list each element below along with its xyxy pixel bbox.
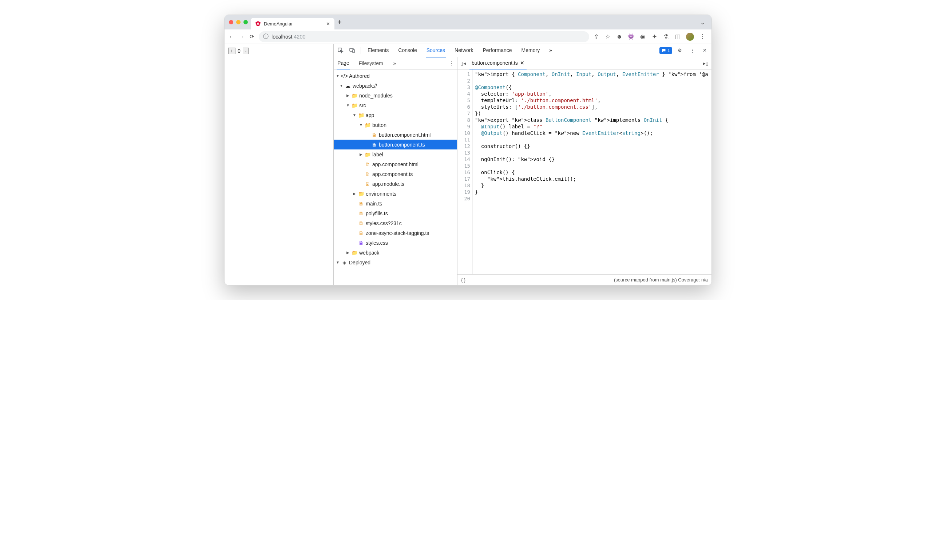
navigator-tab-page[interactable]: Page (337, 57, 350, 69)
tree-label-folder[interactable]: ▶📁label (334, 149, 457, 159)
tree-file-polyfills[interactable]: 🗎polyfills.ts (334, 208, 457, 218)
address-bar[interactable]: ⓘ localhost:4200 (259, 31, 589, 42)
tree-webpack[interactable]: ▼☁webpack:// (334, 81, 457, 91)
panel-tab-performance[interactable]: Performance (482, 44, 512, 57)
code-editor[interactable]: 12345678910 11121314151617181920 "kw">im… (458, 69, 711, 274)
status-text: (source mapped from main.js) Coverage: n… (614, 277, 708, 283)
devtools-topbar: Elements Console Sources Network Perform… (334, 44, 711, 57)
panel-tab-sources[interactable]: Sources (426, 44, 446, 57)
folder-icon: 📁 (358, 112, 364, 118)
tree-authored[interactable]: ▼</>Authored (334, 71, 457, 81)
devtools-panel-tabs: Elements Console Sources Network Perform… (367, 44, 553, 57)
file-tree: ▼</>Authored ▼☁webpack:// ▶📁node_modules… (334, 69, 457, 285)
new-tab-button[interactable]: + (335, 18, 345, 26)
traffic-lights (227, 20, 251, 25)
tab-strip: DemoAngular ✕ + ⌄ (225, 15, 711, 29)
chevron-down-icon[interactable]: ⌄ (700, 19, 709, 26)
issues-badge[interactable]: 1 (659, 47, 672, 54)
tree-src[interactable]: ▼📁src (334, 100, 457, 110)
pretty-print-icon[interactable]: { } (461, 277, 466, 283)
tree-file-styles-q[interactable]: 🗎styles.css?231c (334, 218, 457, 228)
devtools-menu-icon[interactable]: ⋮ (688, 48, 697, 53)
debugger-toggle-icon[interactable]: ▸▯ (703, 60, 709, 66)
file-icon: 🗎 (364, 162, 371, 167)
separator (361, 47, 361, 54)
tree-app[interactable]: ▼📁app (334, 110, 457, 120)
cloud-icon: ☁ (345, 83, 351, 89)
file-icon: 🗎 (371, 132, 378, 138)
increment-button[interactable]: + (228, 48, 236, 54)
browser-menu-icon[interactable]: ⋮ (699, 33, 706, 40)
editor-status-bar: { } (source mapped from main.js) Coverag… (458, 274, 711, 285)
bookmark-icon[interactable]: ☆ (604, 33, 611, 40)
code-brackets-icon: </> (341, 73, 347, 79)
source-map-link[interactable]: main.js (660, 277, 675, 283)
extension-icon-1[interactable]: ☻ (616, 34, 623, 40)
toolbar-extensions: ⇪ ☆ ☻ 👾 ◉ ✦ ⚗ ◫ ⋮ (593, 33, 708, 41)
tree-file-main-ts[interactable]: 🗎main.ts (334, 198, 457, 208)
tree-file-app-html[interactable]: 🗎app.component.html (334, 159, 457, 169)
inspect-element-icon[interactable] (336, 48, 345, 54)
forward-button: → (238, 34, 245, 40)
panel-tab-memory[interactable]: Memory (521, 44, 541, 57)
devtools-close-icon[interactable]: ✕ (700, 48, 709, 53)
tree-file-button-html[interactable]: 🗎button.component.html (334, 130, 457, 140)
tab-title: DemoAngular (264, 21, 293, 26)
extensions-puzzle-icon[interactable]: ✦ (651, 33, 658, 40)
panel-tab-console[interactable]: Console (398, 44, 418, 57)
info-icon[interactable]: ⓘ (263, 33, 268, 40)
folder-icon: 📁 (351, 93, 358, 98)
browser-tab[interactable]: DemoAngular ✕ (251, 18, 335, 29)
side-panel-icon[interactable]: ◫ (674, 33, 681, 40)
extension-icon-3[interactable]: ◉ (639, 33, 646, 40)
file-icon: 🗎 (358, 230, 364, 236)
editor-tab-close-icon[interactable]: ✕ (520, 60, 524, 66)
navigator-toggle-icon[interactable]: ▯◂ (460, 60, 466, 66)
sources-panel: Page Filesystem » ⋮ ▼</>Authored ▼☁webpa… (334, 57, 711, 285)
code-body: "kw">import { Component, OnInit, Input, … (473, 69, 711, 274)
file-icon: 🗎 (358, 201, 364, 206)
sources-editor: ▯◂ button.component.ts ✕ ▸▯ 12345678910 … (458, 57, 711, 285)
reload-button[interactable]: ⟳ (248, 34, 255, 40)
svg-rect-2 (353, 49, 355, 53)
panel-tab-elements[interactable]: Elements (367, 44, 389, 57)
back-button[interactable]: ← (228, 34, 235, 40)
navigator-tab-more[interactable]: » (393, 60, 396, 66)
tree-file-app-ts[interactable]: 🗎app.component.ts (334, 169, 457, 179)
tree-button-folder[interactable]: ▼📁button (334, 120, 457, 130)
tree-file-zone[interactable]: 🗎zone-async-stack-tagging.ts (334, 228, 457, 238)
navigator-menu-icon[interactable]: ⋮ (449, 60, 454, 66)
line-gutter: 12345678910 11121314151617181920 (458, 69, 473, 274)
tree-file-button-ts[interactable]: 🗎button.component.ts (334, 140, 457, 149)
maximize-window-button[interactable] (244, 20, 248, 25)
editor-tab-file[interactable]: button.component.ts ✕ (469, 57, 527, 69)
minimize-window-button[interactable] (236, 20, 241, 25)
tree-node-modules[interactable]: ▶📁node_modules (334, 91, 457, 100)
folder-icon: 📁 (364, 122, 371, 128)
panel-tab-network[interactable]: Network (454, 44, 474, 57)
content-split: + 0 - Elements Console Sources Network (225, 44, 711, 285)
gear-icon[interactable]: ⚙ (675, 48, 685, 53)
toolbar-row: ← → ⟳ ⓘ localhost:4200 ⇪ ☆ ☻ 👾 ◉ ✦ ⚗ ◫ ⋮ (225, 29, 711, 44)
folder-icon: 📁 (351, 250, 358, 255)
address-text: localhost:4200 (271, 34, 306, 40)
profile-avatar[interactable] (686, 33, 694, 41)
tab-close-icon[interactable]: ✕ (326, 21, 330, 26)
folder-icon: 📁 (364, 152, 371, 157)
file-icon: 🗎 (358, 240, 364, 246)
browser-window: DemoAngular ✕ + ⌄ ← → ⟳ ⓘ localhost:4200… (224, 15, 712, 285)
tree-environments[interactable]: ▶📁environments (334, 189, 457, 198)
tree-deployed[interactable]: ▼◈Deployed (334, 257, 457, 267)
panel-tab-more[interactable]: » (549, 44, 553, 57)
angular-icon (255, 21, 261, 26)
navigator-tab-filesystem[interactable]: Filesystem (358, 57, 384, 69)
device-toggle-icon[interactable] (347, 48, 357, 54)
tree-webpack-folder[interactable]: ▶📁webpack (334, 248, 457, 257)
tree-file-app-module[interactable]: 🗎app.module.ts (334, 179, 457, 189)
extension-icon-4[interactable]: ⚗ (663, 33, 669, 40)
extension-icon-2[interactable]: 👾 (628, 33, 634, 40)
tree-file-styles[interactable]: 🗎styles.css (334, 238, 457, 248)
decrement-button[interactable]: - (243, 48, 249, 54)
share-icon[interactable]: ⇪ (593, 33, 599, 40)
close-window-button[interactable] (229, 20, 233, 25)
